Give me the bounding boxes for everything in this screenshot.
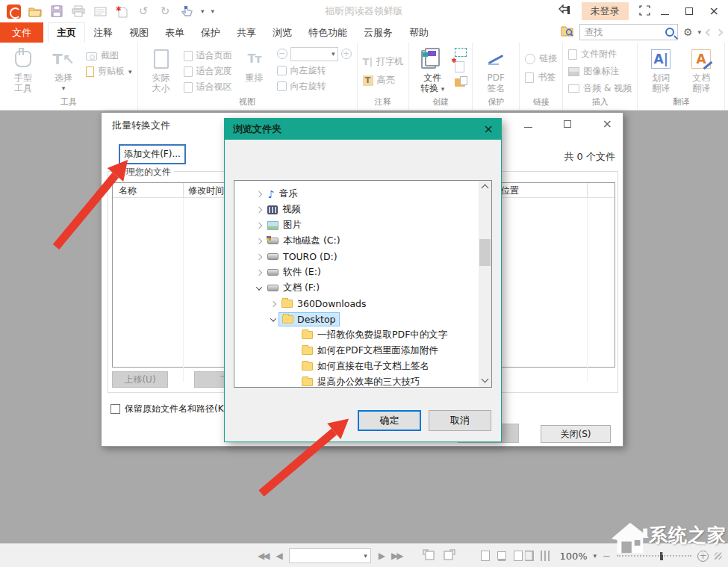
tree-item-desktop[interactable]: Desktop [234,312,491,327]
document-translate-button[interactable]: A 文档 翻译 [683,45,719,93]
fit-visible-button[interactable]: 适合视区 [184,81,232,93]
tree-item-music[interactable]: ♪ 音乐 [234,186,491,202]
zoom-in-icon[interactable]: + [341,49,352,59]
scroll-up-icon[interactable] [482,185,489,192]
previous-page-icon[interactable]: ◀ [276,551,281,561]
audio-video-button[interactable]: 音频 & 视频 [568,82,632,95]
actual-size-button[interactable]: 实际 大小 [143,45,179,93]
scrollbar-thumb[interactable] [479,239,491,266]
chevron-right-icon[interactable] [256,190,262,196]
restore-button[interactable] [685,6,693,17]
keep-path-checkbox[interactable] [111,404,120,414]
print-icon[interactable] [71,4,86,19]
word-translate-button[interactable]: A| 划词 翻译 [643,45,679,93]
batch-minimize-button[interactable] [524,119,532,130]
typewriter-button[interactable]: T| 打字机 [363,55,404,68]
tab-help[interactable]: 帮助 [401,22,437,43]
ok-button[interactable]: 确定 [358,410,421,431]
tab-cloud[interactable]: 云服务 [355,22,401,43]
close-button[interactable]: × [709,5,719,17]
hand-pointer-dropdown[interactable]: ▾ [201,7,205,15]
search-folder-icon[interactable] [561,25,574,39]
hand-pointer-icon[interactable] [179,4,194,19]
chevron-right-icon[interactable] [256,238,262,244]
chevron-right-icon[interactable] [256,222,262,228]
arrange-windows-icon[interactable] [639,5,650,18]
single-page-layout-icon[interactable] [481,551,490,561]
tab-form[interactable]: 表单 [157,22,193,43]
browse-close-icon[interactable]: × [484,123,494,135]
first-page-icon[interactable]: ◀◀ [258,551,268,561]
highlight-button[interactable]: T 高亮 [363,74,404,87]
clipboard-button[interactable]: 剪贴板 ▾ [86,65,132,78]
image-annotation-button[interactable]: 图像标注 [568,65,632,78]
clipboard-dropdown[interactable]: ▾ [128,68,132,75]
previous-view-icon[interactable] [706,28,713,36]
hand-tool-button[interactable]: 手型 工具 [5,45,41,93]
chevron-right-icon[interactable] [256,253,262,259]
combine-files-icon[interactable] [455,78,465,87]
email-icon[interactable] [93,4,108,19]
select-button[interactable]: T↖ 选择 ▾ [46,45,81,93]
last-page-icon[interactable]: ▶▶ [391,551,402,561]
zoom-percent-dropdown[interactable]: ▾ [594,552,597,560]
tree-item-videos[interactable]: 视频 [234,202,491,217]
tab-home[interactable]: 主页 [48,22,85,43]
redo-icon[interactable]: ↻ [158,4,172,19]
tree-item-drive-c[interactable]: 本地磁盘 (C:) [234,233,491,249]
scroll-down-icon[interactable] [482,376,489,383]
tab-view[interactable]: 视图 [121,22,157,43]
open-file-icon[interactable] [28,4,43,19]
chevron-right-icon[interactable] [256,206,262,212]
zoom-in-button[interactable]: + [697,551,709,562]
tree-item-drive-e[interactable]: 软件 (E:) [234,264,491,280]
file-convert-dropdown[interactable]: ▾ [441,85,445,93]
zoom-level-combobox[interactable]: ▾ [290,47,338,61]
chevron-right-icon[interactable] [256,269,262,275]
column-name[interactable]: 名称 [119,185,137,197]
tree-scrollbar[interactable] [479,181,491,387]
share-hand-icon[interactable] [558,4,571,19]
rotate-left-button[interactable]: 向左旋转 [277,64,352,77]
tree-item-drive-f[interactable]: 文档 (F:) [234,280,491,296]
tab-protect[interactable]: 保护 [193,22,228,43]
zoom-slider-thumb[interactable] [660,552,663,560]
continuous-facing-layout-icon[interactable] [541,551,551,561]
zoom-slider[interactable] [617,555,691,557]
gear-dropdown[interactable]: ▾ [697,28,701,36]
tree-item-pictures[interactable]: 图片 [234,217,491,233]
tree-item-subfolder[interactable]: 一招教你免费提取PDF中的文字 [234,327,491,343]
batch-maximize-button[interactable] [564,119,571,130]
blank-document-icon[interactable] [455,61,464,72]
folder-tree[interactable]: ♪ 音乐 视频 图片 本地磁盘 (C:) [234,180,492,388]
tree-item-subfolder[interactable]: 如何在PDF文档里面添加附件 [234,343,491,359]
continuous-layout-icon[interactable] [497,551,506,560]
next-view-icon[interactable] [716,28,724,36]
keep-path-option[interactable]: 保留原始文件名和路径(K) [111,403,227,415]
chevron-right-icon[interactable] [270,300,276,306]
foxit-logo-icon[interactable] [6,4,21,19]
previous-view-page-icon[interactable] [423,549,435,563]
login-button[interactable]: 未登录 [582,2,629,20]
batch-close-icon[interactable]: × [603,118,612,130]
bookmark-button[interactable]: 书签 [525,71,557,84]
cancel-button[interactable]: 取消 [429,410,491,431]
link-button[interactable]: 链接 [525,52,557,65]
search-icon[interactable] [665,28,674,37]
fit-page-button[interactable]: 适合页面 [184,49,232,62]
snapshot-button[interactable]: 截图 [86,49,132,62]
tree-item-drive-d[interactable]: TOURO (D:) [234,249,491,264]
batch-close-button[interactable]: 关闭(S) [541,425,611,443]
chevron-down-icon[interactable] [256,284,262,290]
chevron-down-icon[interactable] [270,315,276,321]
column-location[interactable]: 位置 [501,185,519,197]
undo-icon[interactable]: ↺ [136,4,151,19]
tab-file[interactable]: 文件 [0,22,43,43]
tab-comment[interactable]: 注释 [85,22,121,43]
page-number-combobox[interactable]: ▾ [289,548,371,563]
tab-features[interactable]: 特色功能 [300,22,355,43]
resize-grip[interactable] [715,552,722,560]
tree-item-subfolder[interactable]: 提高办公效率的三大技巧 [234,374,491,388]
tree-item-360downloads[interactable]: 360Downloads [234,296,491,312]
next-view-page-icon[interactable] [443,549,455,563]
